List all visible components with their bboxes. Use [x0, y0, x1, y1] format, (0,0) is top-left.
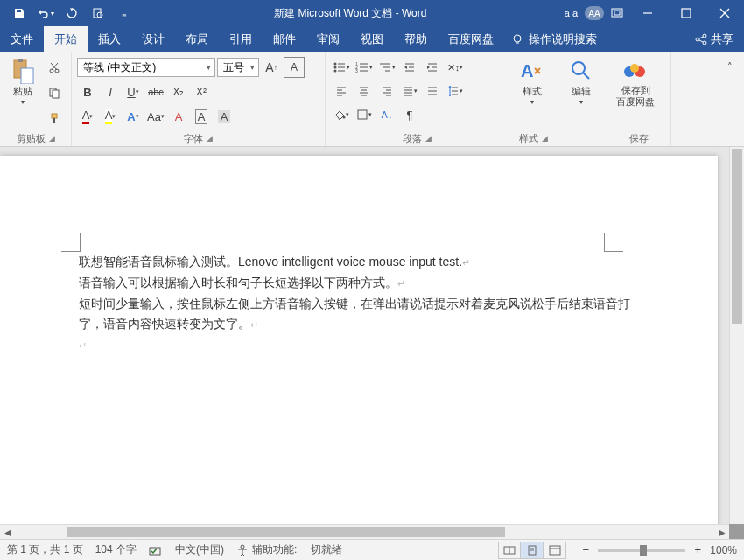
tab-layout[interactable]: 布局: [175, 26, 219, 52]
h-scroll-thumb[interactable]: [67, 527, 505, 537]
justify-button[interactable]: ▾: [399, 80, 420, 102]
tab-help[interactable]: 帮助: [394, 26, 438, 52]
highlight-button[interactable]: A▾: [100, 106, 121, 127]
v-scroll-thumb[interactable]: [732, 149, 742, 324]
asian-layout-button[interactable]: ✕↕▾: [445, 57, 466, 78]
tell-me[interactable]: 操作说明搜索: [504, 26, 684, 52]
bullets-button[interactable]: ▾: [331, 57, 352, 78]
window-controls: [628, 0, 744, 26]
window-title: 新建 Microsoft Word 文档 - Word: [137, 6, 565, 21]
borders-button[interactable]: ▾: [354, 104, 375, 125]
page-indicator[interactable]: 第 1 页，共 1 页: [7, 542, 83, 557]
h-scroll-right[interactable]: ▶: [714, 528, 729, 537]
styles-launcher[interactable]: ◢: [542, 134, 548, 143]
sort-button[interactable]: A↓: [376, 104, 397, 125]
tab-insert[interactable]: 插入: [88, 26, 131, 52]
tab-references[interactable]: 引用: [219, 26, 263, 52]
save-icon[interactable]: [7, 1, 32, 25]
print-layout-button[interactable]: [521, 542, 544, 559]
subscript-button[interactable]: X₂: [168, 81, 189, 102]
maximize-button[interactable]: [667, 0, 705, 26]
spellcheck-icon[interactable]: [149, 544, 163, 556]
paragraph-launcher[interactable]: ◢: [425, 134, 432, 143]
zoom-out-button[interactable]: −: [579, 543, 593, 557]
char-shading-button[interactable]: A: [214, 106, 235, 127]
tab-home[interactable]: 开始: [44, 26, 88, 52]
save-baidu-button[interactable]: 保存到 百度网盘: [611, 55, 660, 130]
tab-baidu[interactable]: 百度网盘: [438, 26, 504, 52]
editing-label: 编辑: [572, 85, 591, 98]
cut-button[interactable]: [44, 57, 65, 78]
accessibility-status[interactable]: 辅助功能: 一切就绪: [236, 542, 342, 557]
horizontal-scrollbar[interactable]: ◀ ▶: [0, 524, 729, 539]
increase-indent-button[interactable]: [422, 57, 443, 78]
align-center-button[interactable]: [354, 80, 375, 102]
tell-me-label: 操作说明搜索: [529, 32, 597, 47]
editing-button[interactable]: 编辑▾: [562, 55, 600, 130]
clipboard-launcher[interactable]: ◢: [49, 134, 55, 143]
shading-button[interactable]: ▾: [331, 104, 352, 125]
preview-icon[interactable]: [86, 1, 110, 25]
text-effects-button[interactable]: A▾: [123, 106, 144, 127]
paste-button[interactable]: 粘贴 ▾: [4, 55, 42, 130]
show-marks-button[interactable]: ¶: [399, 104, 420, 125]
tab-file[interactable]: 文件: [0, 26, 44, 52]
decrease-indent-button[interactable]: [399, 57, 420, 78]
font-size-combo[interactable]: 五号: [217, 58, 259, 77]
word-count[interactable]: 104 个字: [95, 542, 137, 557]
char-border-button[interactable]: A: [191, 106, 212, 127]
share-button[interactable]: 共享: [684, 26, 744, 52]
clear-format-button[interactable]: A: [168, 106, 189, 127]
styles-button[interactable]: A 样式▾: [513, 55, 551, 130]
align-right-button[interactable]: [376, 80, 397, 102]
change-case-button[interactable]: Aa▾: [145, 106, 166, 127]
zoom-in-button[interactable]: +: [691, 543, 705, 557]
shrink-font-button[interactable]: A: [284, 57, 305, 78]
read-mode-button[interactable]: [498, 542, 521, 559]
bold-button[interactable]: B: [77, 81, 98, 102]
para-mark-icon: ↵: [79, 340, 87, 351]
tab-view[interactable]: 视图: [350, 26, 394, 52]
zoom-control: − + 100%: [579, 543, 737, 557]
strike-button[interactable]: abc: [145, 81, 166, 102]
align-left-button[interactable]: [331, 80, 352, 102]
font-launcher[interactable]: ◢: [207, 134, 213, 143]
format-painter-button[interactable]: [44, 108, 65, 129]
underline-button[interactable]: U▾: [123, 81, 144, 102]
font-color-button[interactable]: A▾: [77, 106, 98, 127]
crop-mark-tr: [604, 233, 623, 252]
tab-design[interactable]: 设计: [131, 26, 175, 52]
page-content[interactable]: 联想智能语音鼠标输入测试。Lenovo intelligent voice mo…: [0, 156, 718, 382]
collapse-ribbon-button[interactable]: ˄: [719, 56, 740, 77]
minimize-button[interactable]: [628, 0, 667, 26]
web-layout-button[interactable]: [544, 542, 566, 559]
redo-icon[interactable]: [60, 1, 84, 25]
ribbon-display-icon[interactable]: [611, 8, 623, 18]
document-viewport[interactable]: 联想智能语音鼠标输入测试。Lenovo intelligent voice mo…: [0, 147, 729, 524]
page[interactable]: 联想智能语音鼠标输入测试。Lenovo intelligent voice mo…: [0, 156, 718, 524]
svg-rect-85: [550, 546, 560, 555]
vertical-scrollbar[interactable]: [729, 147, 744, 524]
font-name-combo[interactable]: 等线 (中文正文): [77, 58, 215, 77]
distributed-button[interactable]: [422, 80, 443, 102]
grow-font-button[interactable]: A↑: [261, 57, 282, 78]
tab-mailings[interactable]: 邮件: [263, 26, 306, 52]
multilevel-button[interactable]: ▾: [376, 57, 397, 78]
h-scroll-track[interactable]: [15, 525, 714, 539]
doc-line: 短时间少量输入，按住鼠标左侧上方语音输入按键，在弹出请说话提示对着麦克风说松手后…: [79, 297, 630, 332]
close-button[interactable]: [705, 0, 744, 26]
undo-icon[interactable]: ▾: [33, 1, 58, 25]
tab-review[interactable]: 审阅: [306, 26, 350, 52]
zoom-knob[interactable]: [640, 545, 647, 556]
account-badge[interactable]: AA: [585, 6, 604, 20]
copy-button[interactable]: [44, 82, 65, 103]
line-spacing-button[interactable]: ▾: [445, 80, 466, 102]
h-scroll-left[interactable]: ◀: [0, 528, 15, 537]
superscript-button[interactable]: X²: [191, 81, 212, 102]
zoom-level[interactable]: 100%: [710, 544, 737, 556]
italic-button[interactable]: I: [100, 81, 121, 102]
language-indicator[interactable]: 中文(中国): [175, 542, 224, 557]
zoom-slider[interactable]: [598, 549, 685, 552]
qat-more-icon[interactable]: ₌: [112, 1, 137, 25]
numbering-button[interactable]: 123▾: [354, 57, 375, 78]
